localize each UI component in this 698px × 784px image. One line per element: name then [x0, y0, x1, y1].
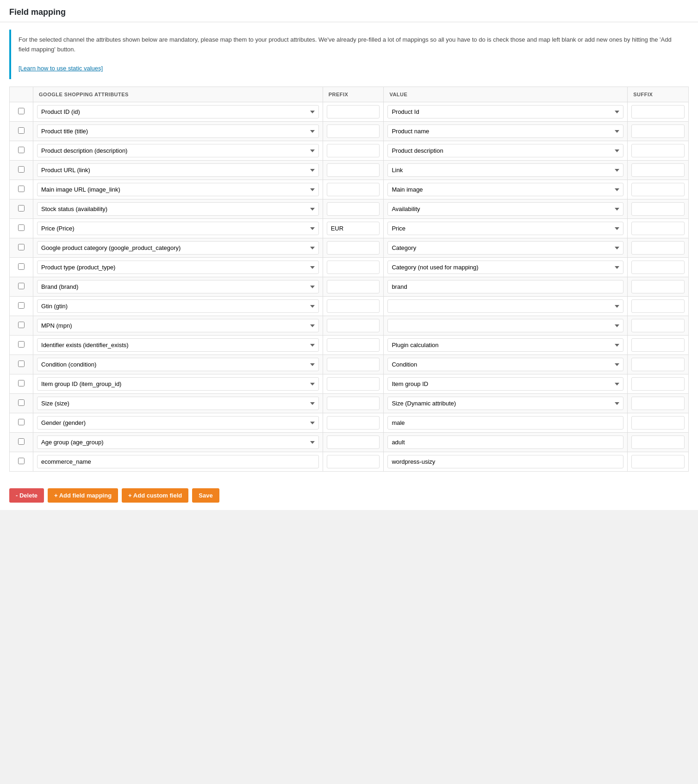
suffix-input[interactable]	[631, 202, 685, 216]
row-checkbox[interactable]	[18, 127, 25, 134]
prefix-input[interactable]	[327, 397, 380, 410]
attribute-select[interactable]: Identifier exists (identifier_exists)	[37, 338, 319, 352]
value-select[interactable]	[387, 319, 623, 332]
prefix-input[interactable]	[327, 358, 380, 371]
row-checkbox[interactable]	[18, 283, 25, 289]
attribute-select[interactable]: Brand (brand)	[37, 280, 319, 293]
row-checkbox[interactable]	[18, 361, 25, 367]
value-select[interactable]	[387, 299, 623, 313]
prefix-input[interactable]	[327, 299, 380, 313]
attribute-select[interactable]: Price (Price)	[37, 222, 319, 235]
suffix-input[interactable]	[631, 144, 685, 157]
suffix-input[interactable]	[631, 436, 685, 449]
value-select[interactable]: Condition	[387, 358, 623, 371]
learn-link[interactable]: [Learn how to use static values]	[19, 65, 103, 72]
row-checkbox[interactable]	[18, 244, 25, 250]
attribute-select[interactable]: Item group ID (item_group_id)	[37, 377, 319, 391]
prefix-input[interactable]	[327, 377, 380, 391]
suffix-input[interactable]	[631, 397, 685, 410]
value-select[interactable]: Product name	[387, 124, 623, 138]
value-select[interactable]: Availability	[387, 202, 623, 216]
attribute-select[interactable]: Product type (product_type)	[37, 261, 319, 274]
prefix-input[interactable]	[327, 202, 380, 216]
save-button[interactable]: Save	[192, 488, 219, 503]
prefix-input[interactable]	[327, 455, 380, 468]
value-text-input[interactable]	[387, 280, 623, 293]
attribute-text-input[interactable]	[37, 455, 319, 468]
prefix-input[interactable]	[327, 105, 380, 118]
attribute-select[interactable]: Google product category (google_product_…	[37, 241, 319, 255]
prefix-input[interactable]	[327, 338, 380, 352]
row-checkbox[interactable]	[18, 166, 25, 173]
value-text-input[interactable]	[387, 436, 623, 449]
suffix-input[interactable]	[631, 319, 685, 332]
row-checkbox[interactable]	[18, 263, 25, 270]
attribute-select[interactable]: Condition (condition)	[37, 358, 319, 371]
attribute-select[interactable]: Product URL (link)	[37, 163, 319, 177]
suffix-input[interactable]	[631, 241, 685, 255]
row-checkbox[interactable]	[18, 322, 25, 328]
prefix-input[interactable]	[327, 222, 380, 235]
row-checkbox[interactable]	[18, 108, 25, 114]
attribute-select[interactable]: Age group (age_group)	[37, 436, 319, 449]
prefix-input[interactable]	[327, 261, 380, 274]
row-checkbox[interactable]	[18, 419, 25, 425]
value-select[interactable]: Main image	[387, 183, 623, 196]
row-checkbox[interactable]	[18, 147, 25, 153]
attribute-select[interactable]: Product description (description)	[37, 144, 319, 157]
attribute-select[interactable]: Main image URL (image_link)	[37, 183, 319, 196]
prefix-input[interactable]	[327, 416, 380, 429]
attribute-select[interactable]: Gtin (gtin)	[37, 299, 319, 313]
suffix-input[interactable]	[631, 338, 685, 352]
value-select[interactable]: Category (not used for mapping)	[387, 261, 623, 274]
row-checkbox[interactable]	[18, 341, 25, 348]
suffix-input[interactable]	[631, 105, 685, 118]
add-custom-field-button[interactable]: + Add custom field	[122, 488, 188, 503]
attribute-select[interactable]: MPN (mpn)	[37, 319, 319, 332]
suffix-input[interactable]	[631, 377, 685, 391]
prefix-input[interactable]	[327, 241, 380, 255]
row-checkbox[interactable]	[18, 302, 25, 309]
row-checkbox[interactable]	[18, 458, 25, 464]
row-checkbox[interactable]	[18, 438, 25, 445]
value-text-input[interactable]	[387, 455, 623, 468]
value-select[interactable]: Price	[387, 222, 623, 235]
suffix-input[interactable]	[631, 124, 685, 138]
attribute-select[interactable]: Product title (title)	[37, 124, 319, 138]
suffix-input[interactable]	[631, 222, 685, 235]
value-select[interactable]: Product description	[387, 144, 623, 157]
value-select[interactable]: Product Id	[387, 105, 623, 118]
suffix-input[interactable]	[631, 280, 685, 293]
row-checkbox[interactable]	[18, 205, 25, 212]
prefix-input[interactable]	[327, 280, 380, 293]
row-checkbox[interactable]	[18, 224, 25, 231]
suffix-input[interactable]	[631, 455, 685, 468]
value-select[interactable]: Size (Dynamic attribute)	[387, 397, 623, 410]
suffix-input[interactable]	[631, 299, 685, 313]
prefix-input[interactable]	[327, 436, 380, 449]
prefix-input[interactable]	[327, 144, 380, 157]
suffix-input[interactable]	[631, 261, 685, 274]
prefix-input[interactable]	[327, 183, 380, 196]
value-select[interactable]: Category	[387, 241, 623, 255]
attribute-select[interactable]: Stock status (availability)	[37, 202, 319, 216]
value-select[interactable]: Link	[387, 163, 623, 177]
value-select[interactable]: Item group ID	[387, 377, 623, 391]
suffix-input[interactable]	[631, 183, 685, 196]
add-field-mapping-button[interactable]: + Add field mapping	[48, 488, 118, 503]
row-checkbox[interactable]	[18, 399, 25, 406]
attribute-select[interactable]: Size (size)	[37, 397, 319, 410]
prefix-input[interactable]	[327, 163, 380, 177]
row-checkbox[interactable]	[18, 380, 25, 386]
prefix-input[interactable]	[327, 124, 380, 138]
value-select[interactable]: Plugin calculation	[387, 338, 623, 352]
suffix-input[interactable]	[631, 358, 685, 371]
row-checkbox[interactable]	[18, 186, 25, 192]
value-text-input[interactable]	[387, 416, 623, 429]
prefix-input[interactable]	[327, 319, 380, 332]
suffix-input[interactable]	[631, 163, 685, 177]
attribute-select[interactable]: Product ID (id)	[37, 105, 319, 118]
attribute-select[interactable]: Gender (gender)	[37, 416, 319, 429]
delete-button[interactable]: - Delete	[9, 488, 44, 503]
suffix-input[interactable]	[631, 416, 685, 429]
